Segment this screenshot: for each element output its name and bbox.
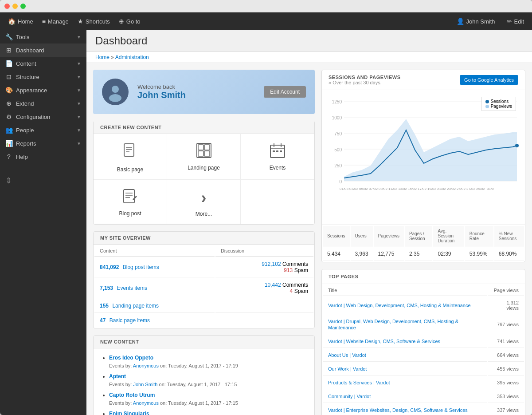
events-items-link[interactable]: Events items <box>117 285 147 291</box>
count-841092: 841,092 <box>100 264 119 270</box>
landing-page-icon <box>196 143 211 161</box>
manage-icon: ≡ <box>42 18 46 25</box>
manage-nav-btn[interactable]: ≡ Manage <box>39 16 72 27</box>
create-more[interactable]: › More... <box>167 180 241 224</box>
sidebar-appearance-label: Appearance <box>16 87 47 94</box>
sidebar-dashboard-label: Dashboard <box>16 47 44 54</box>
goto-analytics-button[interactable]: Go to Google Analytics <box>460 75 518 85</box>
top-pages-header: TOP PAGES <box>322 269 525 284</box>
edit-nav-btn[interactable]: ✏ Edit <box>503 16 528 27</box>
sidebar-item-people[interactable]: 👥 People ▼ <box>0 123 86 137</box>
author-link-1[interactable]: Anonymous <box>133 363 159 368</box>
list-item: Capto Roto Utrum Events by: Anonymous on… <box>109 391 308 407</box>
breadcrumb-separator: » <box>111 54 115 60</box>
close-button[interactable] <box>4 4 10 9</box>
legend-pageviews: Pageviews <box>485 104 512 109</box>
count-47: 47 <box>100 317 106 324</box>
sidebar-collapse-btn[interactable]: ⇕ <box>5 176 12 185</box>
page-link-8[interactable]: Vardot | Enterprise Websites, Design, CM… <box>328 407 468 413</box>
svg-rect-18 <box>124 190 134 203</box>
title-bar <box>0 0 532 12</box>
table-row: Community | Vardot 353 views <box>323 390 524 403</box>
avatar <box>102 79 129 105</box>
create-basic-page[interactable]: Basic page <box>94 134 167 180</box>
landing-page-items-link[interactable]: Landing page items <box>112 303 159 309</box>
author-link-2[interactable]: John Smith <box>133 382 157 387</box>
minimize-button[interactable] <box>12 4 18 9</box>
new-sessions-header: % New Sessions <box>494 226 524 246</box>
views-7: 353 views <box>488 390 524 403</box>
basic-page-items-link[interactable]: Basic page items <box>110 317 150 324</box>
home-nav-btn[interactable]: 🏠 Home <box>4 16 37 27</box>
more-icon: › <box>201 189 207 207</box>
sidebar-item-reports[interactable]: 📊 Reports ▼ <box>0 137 86 150</box>
sidebar-people-label: People <box>16 127 34 134</box>
spam-4: 4 <box>290 288 293 294</box>
create-landing-page[interactable]: Landing page <box>167 134 241 180</box>
table-row: Our Work | Vardot 455 views <box>323 363 524 375</box>
stats-table: Sessions Users Pageviews Pages / Session… <box>322 225 525 262</box>
blog-post-icon <box>123 189 138 207</box>
shortcuts-nav-btn[interactable]: ★ Shortcuts <box>74 16 113 27</box>
breadcrumb-home-link[interactable]: Home <box>95 54 110 60</box>
table-row: Vardot | Website Design, CMS, Software &… <box>323 335 524 348</box>
page-link-6[interactable]: Products & Services | Vardot <box>328 380 390 385</box>
sidebar-item-content[interactable]: 📄 Content ▼ <box>0 57 86 70</box>
svg-rect-7 <box>198 145 203 150</box>
shortcuts-nav-label: Shortcuts <box>86 18 110 25</box>
page-link-4[interactable]: About Us | Vardot <box>328 352 366 358</box>
pages-table: Title Page views Vardot | Web Design, De… <box>322 284 525 415</box>
svg-text:21/02: 21/02 <box>437 187 446 191</box>
sidebar-item-tools[interactable]: 🔧 Tools ▼ <box>0 30 86 43</box>
discussion-col-header: Discussion <box>215 245 313 257</box>
content-col-header: Content <box>94 245 215 257</box>
page-link-1[interactable]: Vardot | Web Design, Development, CMS, H… <box>328 303 471 308</box>
create-events[interactable]: Events <box>241 134 314 180</box>
sidebar-reports-label: Reports <box>16 140 36 147</box>
create-content-header: CREATE NEW CONTENT <box>94 121 314 134</box>
events-icon <box>270 143 285 161</box>
page-link-7[interactable]: Community | Vardot <box>328 394 371 399</box>
content-meta-3: Events by: Anonymous on: Tuesday, August… <box>109 400 238 406</box>
views-5: 455 views <box>488 363 524 375</box>
chevron-down-icon: ▼ <box>77 88 81 93</box>
user-icon: 👤 <box>457 18 464 25</box>
chevron-down-icon: ▼ <box>77 75 81 79</box>
sidebar-item-help[interactable]: ? Help <box>0 150 86 163</box>
people-icon: 👥 <box>5 126 12 134</box>
content-link-1[interactable]: Eros Ideo Oppeto <box>109 355 153 361</box>
page-link-5[interactable]: Our Work | Vardot <box>328 366 367 372</box>
users-value: 3,963 <box>351 247 373 261</box>
breadcrumb-admin-link[interactable]: Administration <box>115 54 149 60</box>
svg-rect-2 <box>124 144 134 156</box>
maximize-button[interactable] <box>20 4 26 9</box>
content-link-4[interactable]: Enim Singularis <box>109 411 149 415</box>
edit-account-button[interactable]: Edit Account <box>264 86 306 98</box>
content-link-2[interactable]: Aptent <box>109 373 126 379</box>
user-nav-btn[interactable]: 👤 John Smith <box>453 16 499 27</box>
page-link-3[interactable]: Vardot | Website Design, CMS, Software &… <box>328 339 440 344</box>
svg-point-1 <box>109 94 121 102</box>
sidebar-item-appearance[interactable]: 🎨 Appearance ▼ <box>0 83 86 97</box>
site-overview-card: MY SITE OVERVIEW Content Discussion <box>93 231 315 328</box>
views-2: 797 views <box>488 315 524 334</box>
sidebar-item-configuration[interactable]: ⚙ Configuration ▼ <box>0 110 86 123</box>
sidebar-item-extend[interactable]: ⊕ Extend ▼ <box>0 97 86 110</box>
chevron-down-icon: ▼ <box>77 101 81 106</box>
svg-text:27/02: 27/02 <box>466 187 476 191</box>
author-link-3[interactable]: Anonymous <box>133 400 159 406</box>
goto-nav-label: Go to <box>126 18 141 25</box>
sessions-header: Sessions <box>323 226 350 246</box>
sidebar-help-label: Help <box>16 154 28 160</box>
goto-nav-btn[interactable]: ⊕ Go to <box>115 16 144 27</box>
blog-post-items-link[interactable]: Blog post items <box>123 264 159 270</box>
sidebar-configuration-label: Configuration <box>16 114 50 120</box>
create-blog-post[interactable]: Blog post <box>94 180 167 224</box>
analytics-chart: 1250 1000 750 500 250 0 <box>329 95 519 219</box>
sidebar-item-dashboard[interactable]: ⊞ Dashboard <box>0 43 86 57</box>
content-link-3[interactable]: Capto Roto Utrum <box>109 392 155 398</box>
table-row: Vardot | Drupal, Web Design, Development… <box>323 315 524 334</box>
sessions-value: 5,434 <box>323 247 350 261</box>
page-link-2[interactable]: Vardot | Drupal, Web Design, Development… <box>328 319 458 330</box>
sidebar-item-structure[interactable]: ⊟ Structure ▼ <box>0 70 86 83</box>
